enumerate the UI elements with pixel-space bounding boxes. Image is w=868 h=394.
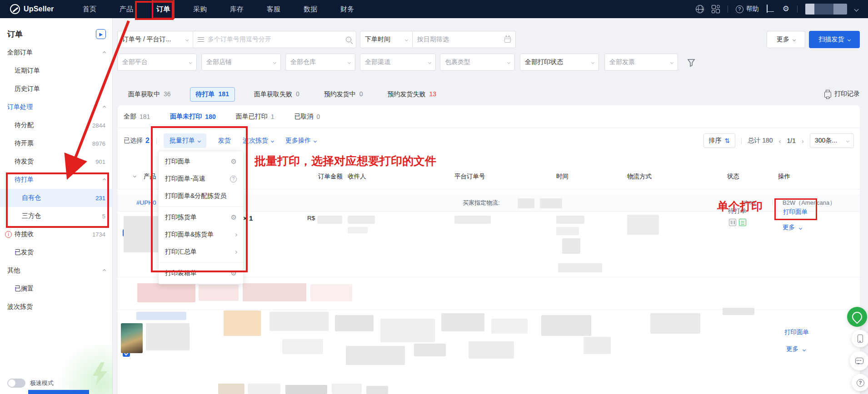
search-icon[interactable] xyxy=(346,37,351,42)
gear-icon[interactable]: ⚙ xyxy=(231,158,237,166)
help-float-button[interactable]: ? xyxy=(852,374,868,391)
filter-select-全部平台[interactable]: 全部平台 xyxy=(117,54,197,71)
filter-select-全部渠道[interactable]: 全部渠道 xyxy=(360,54,436,71)
filter-select-包裹类型[interactable]: 包裹类型 xyxy=(440,54,515,71)
menu-item-打印汇总单[interactable]: 打印汇总单 xyxy=(159,243,243,261)
chevron-down-icon xyxy=(273,60,276,64)
menu-item-打印面单&分配拣货员[interactable]: 打印面单&分配拣货员 xyxy=(159,187,243,205)
scan-ship-button[interactable]: 扫描发货 xyxy=(809,31,860,48)
nav-item-客服[interactable]: 客服 xyxy=(267,4,280,15)
print-label-button-row2[interactable]: 打印面单 xyxy=(784,328,809,336)
batch-print-dropdown-button[interactable]: 批量打单 xyxy=(164,133,206,148)
menu-item-打印面单-高速[interactable]: 打印面单-高速? xyxy=(159,170,243,187)
tab-面单已打印[interactable]: 面单已打印1 xyxy=(236,105,274,128)
wave-pick-dropdown-button[interactable]: 波次拣货 xyxy=(243,137,274,145)
filter-select-全部仓库[interactable]: 全部仓库 xyxy=(285,54,355,71)
menu-item-打印装箱单[interactable]: 打印装箱单⚙ xyxy=(159,265,243,282)
sidebar-item-待揽收[interactable]: i待揽收1734 xyxy=(0,225,112,243)
upseller-logo[interactable]: UpSeller xyxy=(10,4,65,14)
status-tab-预约发货失败[interactable]: 预约发货失败13 xyxy=(382,88,442,101)
sidebar-item-已发货[interactable]: 已发货 xyxy=(0,243,112,261)
notifications-bell-icon[interactable] xyxy=(767,5,768,13)
sidebar-item-历史订单[interactable]: 历史订单 xyxy=(0,80,112,98)
sidebar-item-待分配[interactable]: 待分配2844 xyxy=(0,116,112,134)
floating-support-avatar[interactable] xyxy=(847,307,867,327)
turbo-mode-toggle[interactable] xyxy=(7,379,25,388)
status-tab-待打单[interactable]: 待打单181 xyxy=(190,87,235,102)
help-button[interactable]: ? 帮助 xyxy=(736,5,759,13)
sidebar-item-订单处理[interactable]: 订单处理 xyxy=(0,98,112,116)
divider xyxy=(773,199,773,206)
menu-item-打印面单[interactable]: 打印面单⚙ xyxy=(159,153,243,170)
sidebar-item-count: 8976 xyxy=(92,140,105,147)
filter-select-全部发票[interactable]: 全部发票 xyxy=(604,54,678,71)
question-icon[interactable]: ? xyxy=(230,176,237,182)
status-tab-count: 0 xyxy=(296,90,299,98)
settings-gear-icon[interactable]: ⚙ xyxy=(783,5,789,13)
sidebar-item-待开票[interactable]: 待开票8976 xyxy=(0,134,112,153)
mobile-app-button[interactable] xyxy=(852,330,868,347)
sidebar-collapse-button[interactable]: ▶ xyxy=(96,29,106,39)
status-tab-面单获取失败[interactable]: 面单获取失败0 xyxy=(249,88,305,101)
status-tab-预约发货中[interactable]: 预约发货中0 xyxy=(319,88,369,101)
sidebar-item-其他[interactable]: 其他 xyxy=(0,261,112,280)
sidebar-item-已搁置[interactable]: 已搁置 xyxy=(0,280,112,298)
sidebar-item-三方仓[interactable]: 三方仓5 xyxy=(0,207,112,225)
status-tab-面单获取中[interactable]: 面单获取中36 xyxy=(123,88,176,101)
nav-item-库存[interactable]: 库存 xyxy=(230,4,244,15)
redacted-block xyxy=(224,310,261,336)
nav-item-数据[interactable]: 数据 xyxy=(304,4,317,15)
next-page-button[interactable]: › xyxy=(802,137,804,145)
filter-select-全部打印状态[interactable]: 全部打印状态 xyxy=(520,54,599,71)
nav-item-采购[interactable]: 采购 xyxy=(193,4,207,15)
gear-icon[interactable]: ⚙ xyxy=(231,213,237,222)
select-menu-chevron-icon[interactable] xyxy=(133,174,136,177)
ship-button[interactable]: 发货 xyxy=(218,137,231,145)
more-label: 更多 xyxy=(786,345,798,352)
scan-ship-label: 扫描发货 xyxy=(819,35,844,44)
page-size-select[interactable]: 300条... xyxy=(810,133,854,148)
nav-item-财务[interactable]: 财务 xyxy=(340,4,354,15)
sidebar-item-波次拣货[interactable]: 波次拣货 xyxy=(0,298,112,316)
nav-item-订单[interactable]: 订单 xyxy=(156,4,170,15)
nav-item-首页[interactable]: 首页 xyxy=(83,4,96,15)
more-ops-dropdown-button[interactable]: 更多操作 xyxy=(285,137,316,145)
print-label-button-row1[interactable]: 打印面单 xyxy=(783,208,808,216)
date-range-input[interactable]: 按日期筛选 xyxy=(413,31,516,48)
order-search-input[interactable]: 多个订单号用逗号分开 xyxy=(193,31,356,48)
language-globe-icon[interactable] xyxy=(696,5,704,13)
more-actions-row2[interactable]: 更多 xyxy=(786,345,805,353)
alert-info-icon: i xyxy=(5,231,12,238)
sidebar-item-自有仓[interactable]: 自有仓231 xyxy=(0,189,112,207)
chat-support-button[interactable] xyxy=(850,351,868,370)
more-actions-row1[interactable]: 更多 xyxy=(783,223,802,231)
ship-label: 发货 xyxy=(218,137,231,145)
tab-面单未打印[interactable]: 面单未打印180 xyxy=(170,105,215,128)
tab-全部[interactable]: 全部181 xyxy=(124,105,150,128)
sort-label: 排序 xyxy=(709,137,722,145)
menu-item-打印面单&拣货单[interactable]: 打印面单&拣货单 xyxy=(159,226,243,243)
chevron-up-icon xyxy=(103,51,106,54)
sidebar-item-全部订单[interactable]: 全部订单 xyxy=(0,44,112,62)
sidebar-item-待打单[interactable]: 待打单 xyxy=(0,171,112,189)
user-account-redacted[interactable] xyxy=(805,4,847,15)
nav-item-产品[interactable]: 产品 xyxy=(120,4,133,15)
order-field-select[interactable]: 订单号 / 平台订... xyxy=(117,31,193,48)
time-field-select[interactable]: 下单时间 xyxy=(360,31,413,48)
apps-grid-icon[interactable] xyxy=(712,5,720,13)
sidebar-item-近期订单[interactable]: 近期订单 xyxy=(0,62,112,80)
more-filters-button[interactable]: 更多 xyxy=(767,31,805,48)
menu-item-打印拣货单[interactable]: 打印拣货单⚙ xyxy=(159,209,243,226)
redacted-block xyxy=(562,238,580,254)
sidebar-item-待发货[interactable]: 待发货901 xyxy=(0,153,112,171)
filter-select-全部店铺[interactable]: 全部店铺 xyxy=(201,54,281,71)
print-record-link[interactable]: 打印记录 xyxy=(824,90,860,98)
gear-icon[interactable]: ⚙ xyxy=(231,269,237,277)
sort-button[interactable]: 排序 ⇅ xyxy=(703,133,736,148)
order-number-link[interactable]: #UPH0 xyxy=(136,199,156,206)
account-chevron-down-icon[interactable] xyxy=(854,7,859,11)
status-tab-count: 13 xyxy=(429,90,437,98)
filter-funnel-icon[interactable] xyxy=(687,58,696,67)
tab-已取消[interactable]: 已取消0 xyxy=(294,105,320,128)
prev-page-button[interactable]: ‹ xyxy=(779,137,781,145)
